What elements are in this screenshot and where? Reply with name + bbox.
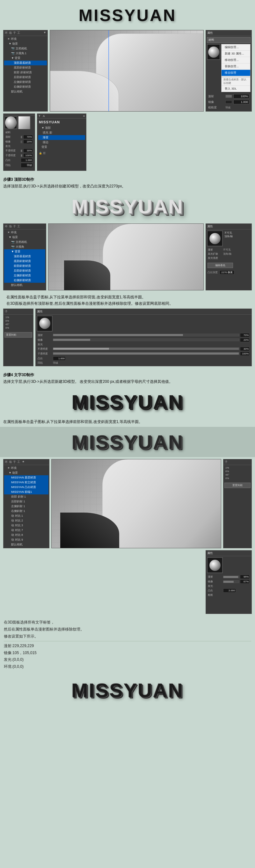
rp-mirror-val[interactable]: 20% — [23, 140, 33, 144]
t3-env[interactable]: ☀ 环境 — [4, 230, 45, 235]
rp-opaque-bar[interactable] — [21, 154, 22, 157]
t6-front1[interactable]: 前部 斜射 1 — [4, 494, 49, 499]
rsp6-btn[interactable]: 置置到初 — [224, 483, 251, 488]
ctx-replace-3dl[interactable]: 替入 3DL — [222, 86, 250, 92]
ctx-new-3d[interactable]: 新建 3D 属性... — [222, 51, 250, 57]
sp4-row1: 1% — [4, 316, 32, 319]
rp6b-diffuse-bar[interactable] — [223, 576, 239, 578]
tree-default-cam[interactable]: 默认相机 — [4, 89, 47, 94]
t3-bot[interactable]: 底部斜射材质 — [4, 259, 45, 264]
t6-mis2[interactable]: MISSYAN 前立材质 — [4, 480, 49, 485]
layer-gradient[interactable]: 渐变 — [38, 135, 85, 140]
mp4-protrude: 凸出 1.000 — [37, 356, 251, 361]
rp3-intensity-lbl: 发光强度 — [208, 256, 222, 260]
tree-scene[interactable]: ▼ 场景 — [4, 41, 47, 46]
t6-dyn2[interactable]: 动 对比 2 — [4, 518, 49, 523]
mp4-diffuse-bar[interactable] — [53, 334, 239, 336]
t3-top[interactable]: 顶部基底材质 — [4, 254, 45, 259]
tree-big-view[interactable]: 📷 大视角.1 — [4, 51, 47, 56]
tree-camera[interactable]: 📷 文档相机 — [4, 46, 47, 51]
t3-cam[interactable]: 📷 文档相机 — [4, 240, 45, 245]
tb6-tool: 工 — [17, 460, 20, 464]
t3-bg[interactable]: ▼ 背景 — [4, 249, 45, 254]
t3-back[interactable]: 后部斜射材质 — [4, 269, 45, 273]
t3-left[interactable]: 左侧斜射材质 — [4, 273, 45, 278]
rp6b-mirror-bar[interactable] — [223, 581, 239, 583]
rp6b-protrude-val[interactable]: 2.000 — [223, 588, 236, 593]
rp6b-diffuse-lbl: 漫射 — [208, 575, 222, 579]
t6-mis3[interactable]: MISSYAN 凸出材质 — [4, 485, 49, 490]
right-small-props-6: 子 1% 0% 45° 0% 置置到初 — [223, 459, 252, 548]
rp-protrude-val[interactable]: 1.000 — [21, 158, 33, 162]
mp4-bump-bar[interactable] — [53, 347, 239, 350]
rp3-edit-btn[interactable]: 编辑着色 — [208, 263, 233, 268]
rp6b-mirror-pct[interactable]: 67% — [240, 580, 250, 584]
t6-dyn8[interactable]: 动 对比 8 — [4, 533, 49, 537]
t6-left1[interactable]: 左侧斜射 1 — [4, 504, 49, 509]
rp3-diffuse: 漫射 不可见 — [207, 248, 251, 252]
mp4-mirror-bar[interactable] — [53, 339, 239, 341]
ctx-remove-texture[interactable]: 移去纹理 — [222, 70, 250, 76]
layer-top[interactable]: ▼ 顶部 — [38, 126, 85, 130]
tree-env[interactable]: ☀ 环境 — [4, 37, 47, 41]
layer-stroke[interactable]: 描边 — [38, 140, 85, 145]
t6-scene[interactable]: ▼ 场景 — [4, 470, 49, 475]
rp-diffuse-bar[interactable] — [21, 136, 22, 138]
layer-fill[interactable]: 填充 影 — [38, 130, 85, 135]
rp3-depth-val[interactable]: 2270 像素 — [220, 270, 234, 275]
tb3-tool: 工 — [17, 224, 20, 228]
t3-scene[interactable]: ▼ 场景 — [4, 235, 45, 240]
tree-back-mat[interactable]: 后部斜射材质 — [4, 75, 47, 80]
t6-mis4[interactable]: MISSYAN 前端1 — [4, 490, 49, 494]
mp4-mirror-pct[interactable]: 20% — [240, 338, 250, 342]
toolbar-icon-1[interactable]: ▼ — [43, 31, 46, 35]
mp4-bump-pct[interactable]: 30% — [240, 347, 250, 351]
mirror-bar-1[interactable] — [225, 100, 232, 103]
tree-left-mat[interactable]: 左侧斜射材质 — [4, 80, 47, 85]
ctx-edit-texture[interactable]: 编辑纹理... — [222, 44, 250, 51]
t3-defcam[interactable]: 默认相机 — [4, 283, 45, 287]
step3-title: 步骤3 顶部3D制作 — [3, 177, 252, 183]
sp4-btn[interactable]: 置置到初 — [4, 332, 32, 338]
t6-dyn9[interactable]: 动 对比 9 — [4, 537, 49, 542]
t6-dyn7[interactable]: 动 对比 7 — [4, 528, 49, 533]
tree-front-mat[interactable]: 前部 斜射材质 — [4, 70, 47, 75]
rp-concave-val[interactable]: 羽绒 — [21, 163, 33, 168]
section1: 环 场 子 工 ▼ ☀ 环境 ▼ 场景 📷 文档相机 📷 大视角.1 ▼ 背景 … — [0, 28, 255, 175]
ctx-move-texture[interactable]: 移动纹理... — [222, 57, 250, 63]
t3-big[interactable]: 📷 大视角 — [4, 245, 45, 249]
tree-right-mat[interactable]: 右侧斜射材质 — [4, 85, 47, 89]
t6-dyn1[interactable]: 动 对比 1 — [4, 514, 49, 518]
t6-defcam[interactable]: 默认相机 — [4, 542, 49, 547]
t3-right[interactable]: 右侧斜射材质 — [4, 278, 45, 283]
tree-bot-mat[interactable]: 底部斜射材质 — [4, 65, 47, 70]
rp-bump-bar[interactable] — [21, 150, 22, 152]
t6-dyn3[interactable]: 动 对比 3 — [4, 523, 49, 528]
ctx-replace-texture[interactable]: 替换纹理... — [222, 63, 250, 70]
t6-right1[interactable]: 右侧斜射 1 — [4, 509, 49, 514]
t3-front[interactable]: 前部斜射材质 — [4, 264, 45, 269]
rp-diffuse-val[interactable]: 70% — [23, 135, 33, 139]
ctx-separator: 新建合成材质 - 默认以创建 — [222, 77, 250, 86]
mp4-sub-bar[interactable] — [53, 352, 239, 355]
t6-back1[interactable]: 后部斜射 1 — [4, 499, 49, 504]
rp6b-diffuse-pct[interactable]: 95% — [240, 575, 250, 579]
dark-corner-3 — [64, 260, 110, 290]
t6-mis1[interactable]: MISSYAN 基层材质 — [4, 475, 49, 480]
diffuse-val-1[interactable]: 100% — [233, 94, 249, 98]
mp4-diffuse-pct[interactable]: 70% — [240, 333, 250, 337]
lock-icon: 🔒 — [39, 152, 42, 155]
rp-opaque-val[interactable]: 100% — [23, 153, 33, 157]
section3-note1: 在属性面板单击盖子图标,从下拉菜单选择前部和背面,改变斜面宽度1,等高线半圆。 — [6, 294, 249, 300]
mp4-sub-pct[interactable]: 100% — [240, 351, 250, 356]
rp-mirror-bar[interactable] — [21, 141, 22, 143]
diffuse-bar-1[interactable] — [225, 95, 232, 98]
mp4-mirror-fill — [53, 339, 90, 341]
mirror-val-1[interactable]: 1.000 — [233, 100, 249, 104]
rp-bump-val[interactable]: 30% — [23, 149, 33, 153]
tree-top-mat[interactable]: 顶部基底材质 — [4, 61, 47, 65]
mp4-protrude-val[interactable]: 1.000 — [53, 356, 66, 361]
layer-bg-layer[interactable]: 背景 — [38, 145, 85, 150]
tree-bg[interactable]: ▼ 背景 — [4, 56, 47, 61]
t6-env[interactable]: ☀ 环境 — [4, 466, 49, 470]
